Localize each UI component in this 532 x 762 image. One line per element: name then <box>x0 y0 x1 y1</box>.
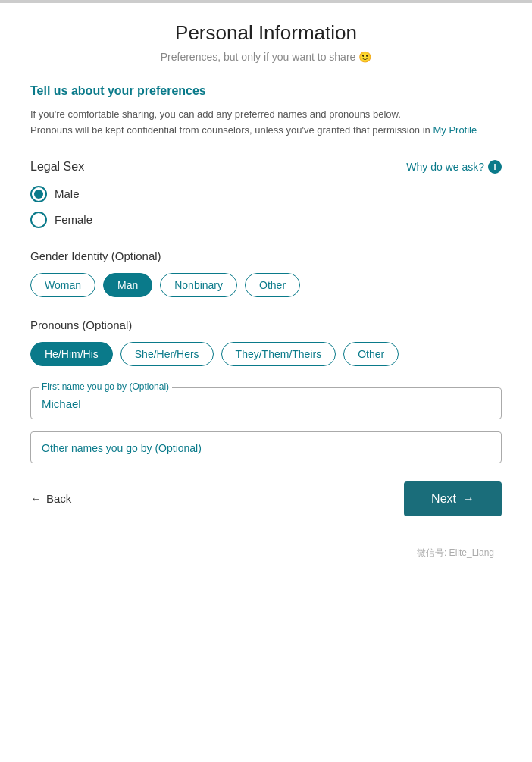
why-do-we-ask-button[interactable]: Why do we ask? i <box>406 160 502 174</box>
legal-sex-header: Legal Sex Why do we ask? i <box>30 160 502 174</box>
gender-identity-label: Gender Identity (Optional) <box>30 249 502 262</box>
radio-male-circle <box>30 186 47 202</box>
page-subtitle: Preferences, but only if you want to sha… <box>30 51 502 63</box>
section-heading: Tell us about your preferences <box>30 84 502 98</box>
pronoun-chip-other[interactable]: Other <box>343 342 399 366</box>
sex-male-label: Male <box>55 187 80 200</box>
pronouns-label: Pronouns (Optional) <box>30 318 502 331</box>
page-title: Personal Information <box>30 21 502 45</box>
pronoun-chip-group: He/Him/His She/Her/Hers They/Them/Theirs… <box>30 342 502 366</box>
info-text: If you're comfortable sharing, you can a… <box>30 107 502 139</box>
pronoun-chip-he[interactable]: He/Him/His <box>30 342 113 366</box>
gender-chip-man[interactable]: Man <box>103 273 152 297</box>
sex-option-female[interactable]: Female <box>30 212 502 228</box>
gender-chip-woman[interactable]: Woman <box>30 273 95 297</box>
first-name-field-wrapper: First name you go by (Optional) <box>30 387 502 419</box>
radio-female-circle <box>30 212 47 228</box>
sex-radio-group: Male Female <box>30 186 502 228</box>
back-button[interactable]: ← Back <box>30 492 71 505</box>
first-name-input[interactable] <box>42 397 490 410</box>
first-name-float-label: First name you go by (Optional) <box>39 381 172 392</box>
next-button[interactable]: Next → <box>404 481 502 516</box>
gender-chip-nonbinary[interactable]: Nonbinary <box>160 273 237 297</box>
legal-sex-label: Legal Sex <box>30 160 84 174</box>
info-icon: i <box>488 160 502 174</box>
pronoun-chip-she[interactable]: She/Her/Hers <box>120 342 214 366</box>
next-arrow-icon: → <box>462 492 474 506</box>
gender-chip-group: Woman Man Nonbinary Other <box>30 273 502 297</box>
sex-option-male[interactable]: Male <box>30 186 502 202</box>
bottom-nav: ← Back Next → <box>30 481 502 516</box>
gender-chip-other[interactable]: Other <box>245 273 300 297</box>
watermark: 微信号: Elite_Liang <box>30 547 502 560</box>
other-names-input[interactable] <box>42 441 490 454</box>
sex-female-label: Female <box>55 213 92 226</box>
pronoun-chip-they[interactable]: They/Them/Theirs <box>221 342 336 366</box>
back-arrow-icon: ← <box>30 492 42 505</box>
other-names-field-wrapper <box>30 431 502 463</box>
page-container: Personal Information Preferences, but on… <box>0 3 532 590</box>
my-profile-link[interactable]: My Profile <box>433 124 477 136</box>
